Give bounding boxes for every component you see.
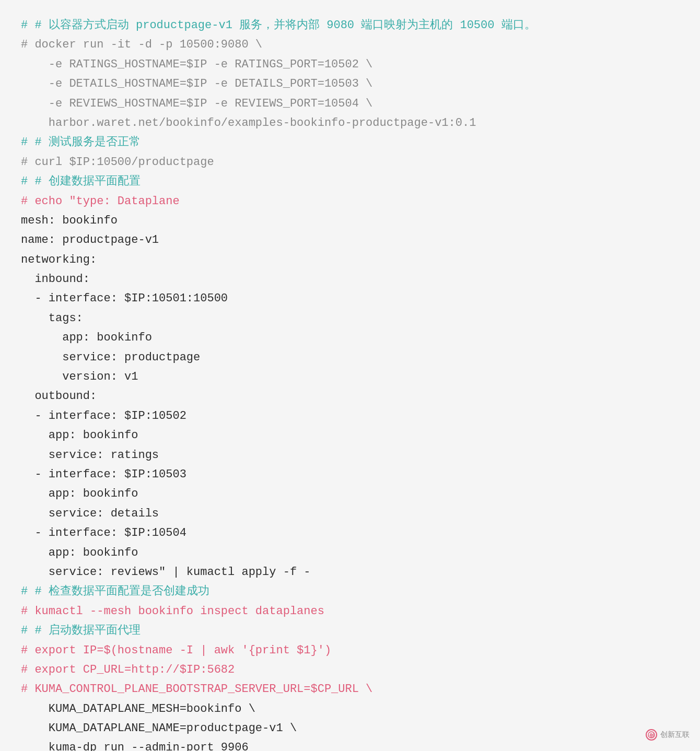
code-line: harbor.waret.net/bookinfo/examples-booki…: [21, 113, 679, 133]
code-line: # # 启动数据平面代理: [21, 621, 679, 640]
code-container: # # 以容器方式启动 productpage-v1 服务，并将内部 9080 …: [0, 0, 700, 751]
code-line: app: bookinfo: [21, 484, 679, 503]
code-line: version: v1: [21, 367, 679, 386]
code-line: service: ratings: [21, 445, 679, 465]
code-line: outbound:: [21, 386, 679, 406]
code-line: # docker run -it -d -p 10500:9080 \: [21, 35, 679, 54]
code-line: KUMA_DATAPLANE_NAME=productpage-v1 \: [21, 719, 679, 738]
code-line: -e DETAILS_HOSTNAME=$IP -e DETAILS_PORT=…: [21, 74, 679, 93]
code-line: -e REVIEWS_HOSTNAME=$IP -e REVIEWS_PORT=…: [21, 94, 679, 113]
code-line: name: productpage-v1: [21, 230, 679, 250]
code-line: - interface: $IP:10503: [21, 465, 679, 484]
code-line: # # 检查数据平面配置是否创建成功: [21, 582, 679, 601]
code-line: # # 创建数据平面配置: [21, 172, 679, 191]
code-line: # export IP=$(hostname -I | awk '{print …: [21, 641, 679, 660]
code-line: networking:: [21, 250, 679, 269]
code-line: # export CP_URL=http://$IP:5682: [21, 660, 679, 679]
code-line: app: bookinfo: [21, 543, 679, 562]
code-line: mesh: bookinfo: [21, 211, 679, 230]
code-line: # echo "type: Dataplane: [21, 192, 679, 211]
code-line: app: bookinfo: [21, 328, 679, 347]
code-line: app: bookinfo: [21, 426, 679, 445]
code-line: - interface: $IP:10501:10500: [21, 289, 679, 308]
watermark-icon: 创: [646, 729, 657, 741]
code-line: # curl $IP:10500/productpage: [21, 152, 679, 172]
code-line: # # 测试服务是否正常: [21, 133, 679, 152]
code-line: -e RATINGS_HOSTNAME=$IP -e RATINGS_PORT=…: [21, 55, 679, 74]
code-line: service: reviews" | kumactl apply -f -: [21, 562, 679, 582]
code-line: - interface: $IP:10504: [21, 523, 679, 543]
watermark: 创 创新互联: [646, 729, 690, 741]
svg-text:创: 创: [649, 733, 654, 738]
code-line: KUMA_DATAPLANE_MESH=bookinfo \: [21, 699, 679, 719]
code-line: # kumactl --mesh bookinfo inspect datapl…: [21, 602, 679, 621]
code-line: # # 以容器方式启动 productpage-v1 服务，并将内部 9080 …: [21, 16, 679, 35]
code-line: # KUMA_CONTROL_PLANE_BOOTSTRAP_SERVER_UR…: [21, 679, 679, 699]
code-line: inbound:: [21, 269, 679, 289]
watermark-text: 创新互联: [660, 730, 690, 740]
code-line: - interface: $IP:10502: [21, 406, 679, 426]
code-block: # # 以容器方式启动 productpage-v1 服务，并将内部 9080 …: [21, 16, 679, 751]
code-line: service: details: [21, 504, 679, 523]
code-line: service: productpage: [21, 348, 679, 367]
code-line: kuma-dp run --admin-port 9906: [21, 738, 679, 751]
code-line: tags:: [21, 309, 679, 328]
